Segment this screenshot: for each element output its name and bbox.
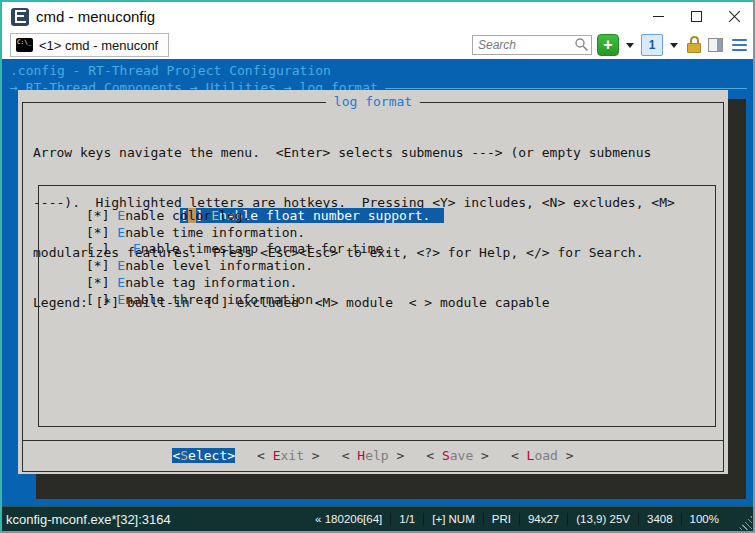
build-version: « 180206[64] [307,513,390,525]
console-index: 1/1 [390,513,423,525]
menu-box: [ ] Enable float number support. [*] Ena… [38,185,716,427]
minimize-button[interactable] [639,2,677,31]
console-size: 94x27 [519,513,567,525]
lock-body [687,43,701,53]
menu-item-time-info[interactable]: [*] Enable time information. [86,225,715,242]
new-console-dropdown chevron-down-icon[interactable] [626,43,634,48]
tab-label: <1> cmd - menuconf [39,38,158,53]
minimize-icon [653,16,664,17]
conemu-logo-icon [11,8,29,26]
search-box [472,35,592,55]
checkbox: [*] [86,275,117,290]
menu-list: [ ] Enable float number support. [*] Ena… [39,186,715,309]
checkbox: [*] [86,208,117,223]
console-number: 1 [649,38,656,52]
menu-item-level-info[interactable]: [*] Enable level information. [86,258,715,275]
process-id: 3408 [638,513,681,525]
checkbox: [*] [86,258,117,273]
process-info: kconfig-mconf.exe*[32]:3164 [2,512,171,527]
terminal-area[interactable]: .config - RT-Thread Project Configuratio… [2,59,753,506]
button-separator [23,440,723,441]
checkbox: [ ] [86,241,133,256]
select-button[interactable]: <Select> [172,448,235,463]
checkbox: [*] [86,225,117,240]
help-button[interactable]: < Help > [342,448,405,463]
title-bar: cmd - menuconfig [2,2,753,31]
conemu-window: cmd - menuconfig C:\_ <1> cmd - menuconf… [0,0,755,533]
exit-button[interactable]: < Exit > [257,448,320,463]
backtitle: .config - RT-Thread Project Configuratio… [10,62,749,79]
close-button[interactable] [715,2,753,31]
cursor-position: (13,9) 25V [567,513,638,525]
menuconfig-dialog: log format <Select> < Exit > < Help > < … [18,90,728,474]
maximize-button[interactable] [677,2,715,31]
breadcrumb-rule [385,88,747,89]
maximize-icon [691,11,702,22]
conemu-logo-glyph [15,10,26,23]
menu-item-thread-info[interactable]: [ ] Enable thread information. [86,292,715,309]
toolbar: + 1 [472,34,747,56]
hamburger-icon [732,39,747,41]
menu-item-timestamp-format[interactable]: [ ] Enable timestamp format for time. [86,241,715,258]
load-button[interactable]: < Load > [511,448,574,463]
search-icon [574,37,589,56]
console-list-dropdown chevron-down-icon[interactable] [670,43,678,48]
save-button[interactable]: < Save > [426,448,489,463]
tab-bar: C:\_ <1> cmd - menuconf + 1 [2,31,753,59]
status-bar: kconfig-mconf.exe*[32]:3164 « 180206[64]… [2,506,753,531]
priority: PRI [483,513,519,525]
split-view-button[interactable] [708,38,723,52]
cmd-icon: C:\_ [16,38,33,52]
menu-item-float-number[interactable]: [ ] Enable float number support. [86,191,715,208]
menu-item-tag-info[interactable]: [*] Enable tag information. [86,275,715,292]
dialog-title: log format [326,94,420,109]
instruction-line: Arrow keys navigate the menu. <Enter> se… [33,145,675,162]
status-items: « 180206[64] 1/1 [+] NUM PRI 94x27 (13,9… [307,513,753,525]
main-menu-button[interactable] [732,39,747,51]
checkbox: [ ] [86,292,117,307]
active-console-button[interactable]: 1 [641,34,663,56]
lock-button[interactable] [687,36,701,54]
close-icon [728,10,741,23]
dialog-buttons: <Select> < Exit > < Help > < Save > < Lo… [23,448,723,463]
split-view-icon [717,39,722,51]
window-controls [639,2,753,31]
window-title: cmd - menuconfig [36,8,155,25]
console-tab[interactable]: C:\_ <1> cmd - menuconf [10,33,169,57]
new-console-button[interactable]: + [597,34,619,56]
keyboard-state: [+] NUM [423,513,483,525]
plus-icon: + [603,37,612,53]
zoom-level: 100% [681,513,727,525]
